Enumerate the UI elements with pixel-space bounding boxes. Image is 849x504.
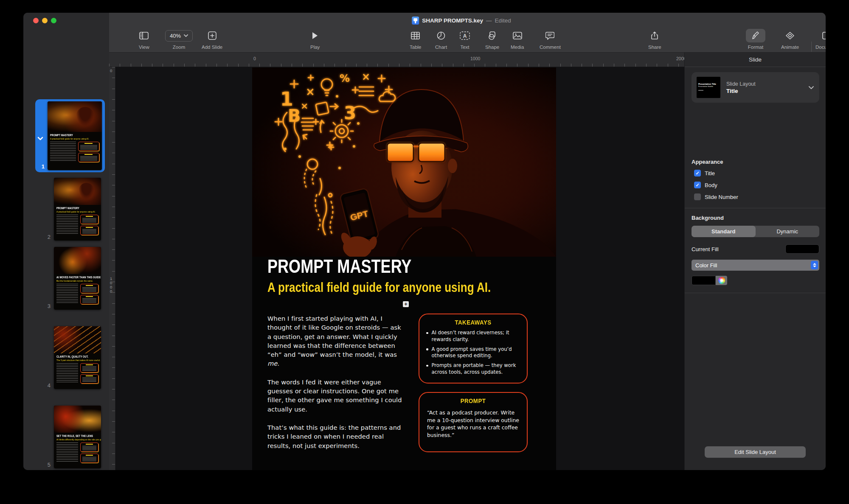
vertical-ruler: 0 1000 xyxy=(109,67,115,470)
animate-diamond-icon xyxy=(785,29,795,42)
window-chrome: SHARP PROMPTS.key — Edited View 40% xyxy=(109,13,826,53)
document-title: SHARP PROMPTS.key xyxy=(422,17,483,24)
current-fill-row: Current Fill xyxy=(692,244,819,254)
keynote-window: SHARP PROMPTS.key — Edited View 40% xyxy=(23,13,826,470)
animate-button[interactable]: Animate xyxy=(781,29,799,50)
layout-value: Title xyxy=(726,88,802,94)
slide-layout-selector[interactable]: Presentation Title Presentation Subtitle… xyxy=(692,72,819,103)
slide-number-checkbox-row[interactable]: Slide Number xyxy=(694,193,738,200)
segment-standard[interactable]: Standard xyxy=(692,226,756,237)
table-icon xyxy=(411,29,420,42)
collapse-chevron-icon[interactable] xyxy=(37,134,43,142)
bullet-dot xyxy=(426,365,428,367)
bullet-dot xyxy=(426,332,428,334)
view-button[interactable]: View xyxy=(139,29,149,50)
takeaway-item: A good prompt saves time you’d otherwise… xyxy=(426,346,520,360)
stepper-icon[interactable] xyxy=(811,261,818,269)
format-inspector: Slide Presentation Title Presentation Su… xyxy=(684,53,826,470)
prompt-card[interactable]: PROMPT “Act as a podcast producer. Write… xyxy=(419,392,528,452)
slide-canvas[interactable]: GPT 1 B 3 % × xyxy=(115,67,684,470)
close-button[interactable] xyxy=(33,18,39,23)
color-swatch[interactable] xyxy=(692,276,716,285)
edit-slide-layout-button[interactable]: Edit Slide Layout xyxy=(705,446,806,458)
chart-pie-icon xyxy=(437,29,445,42)
svg-text:3: 3 xyxy=(344,103,356,123)
prompt-heading: PROMPT xyxy=(433,397,513,405)
svg-text:A: A xyxy=(463,33,467,39)
comment-bubble-icon xyxy=(545,29,554,42)
paragraph-3: That’s what this guide is: the patterns … xyxy=(267,423,406,450)
minimize-button[interactable] xyxy=(42,18,48,23)
table-button[interactable]: Table xyxy=(410,29,422,50)
chevron-down-icon xyxy=(184,34,188,37)
add-slide-icon xyxy=(208,29,216,42)
color-well xyxy=(692,276,727,285)
toolbar-separator xyxy=(811,42,812,52)
text-button[interactable]: A Text xyxy=(460,29,470,50)
toolbar: View 40% Zoom Add Slide xyxy=(23,25,826,53)
play-button[interactable]: Play xyxy=(310,29,320,50)
slide-number: 5 xyxy=(41,462,51,468)
play-icon xyxy=(312,29,318,42)
slide-body-text[interactable]: When I first started playing with AI, I … xyxy=(267,314,406,450)
background-heading: Background xyxy=(692,215,724,221)
slide-navigator: PROMPT MASTERY A practical field guide f… xyxy=(23,53,109,470)
checkbox-checked-icon[interactable] xyxy=(694,182,701,188)
background-segmented-control[interactable]: Standard Dynamic xyxy=(692,226,819,237)
bullet-dot xyxy=(426,348,428,350)
zoom-value: 40% xyxy=(170,33,181,39)
slide-thumbnail-2[interactable]: PROMPT MASTERY A practical field guide f… xyxy=(54,178,101,241)
zoom-window-button[interactable] xyxy=(51,18,56,23)
slide-thumbnail-5[interactable]: SET THE ROLE, SET THE LENS AI thinks dif… xyxy=(54,406,101,468)
checkbox-unchecked-icon[interactable] xyxy=(694,193,701,200)
fill-type-dropdown[interactable]: Color Fill xyxy=(692,260,819,271)
body-checkbox-row[interactable]: Body xyxy=(694,182,717,188)
document-panel-icon xyxy=(822,29,826,42)
color-wheel-button[interactable] xyxy=(716,276,727,285)
checkbox-checked-icon[interactable] xyxy=(694,170,701,176)
slide-number: 4 xyxy=(41,382,51,389)
keynote-document-icon xyxy=(412,17,419,25)
slide-thumbnail-3[interactable]: AI MOVES FASTER THAN THIS GUIDE But the … xyxy=(54,247,101,310)
zoom-control[interactable]: 40% Zoom xyxy=(165,29,193,50)
text-icon: A xyxy=(460,29,470,42)
slide-number: 2 xyxy=(41,234,51,240)
chart-button[interactable]: Chart xyxy=(435,29,447,50)
comment-button[interactable]: Comment xyxy=(540,29,561,50)
layout-label: Slide Layout xyxy=(726,81,802,87)
shape-button[interactable]: Shape xyxy=(485,29,499,50)
edited-status: Edited xyxy=(495,17,511,24)
prompt-text: “Act as a podcast producer. Write me a 1… xyxy=(426,408,520,439)
slide-title[interactable]: PROMPT MASTERY xyxy=(267,256,411,277)
svg-text:×: × xyxy=(362,71,370,83)
takeaways-heading: TAKEAWAYS xyxy=(433,319,513,326)
ruler-label: 0 xyxy=(253,56,256,61)
insert-plus-handle[interactable]: + xyxy=(403,301,409,307)
add-slide-button[interactable]: Add Slide xyxy=(202,29,222,50)
svg-text:%: % xyxy=(340,73,350,84)
slide-thumbnail-1[interactable]: PROMPT MASTERY A practical field guide f… xyxy=(48,101,102,170)
share-button[interactable]: Share xyxy=(648,29,661,50)
title-checkbox-row[interactable]: Title xyxy=(694,170,715,176)
appearance-heading: Appearance xyxy=(692,159,723,165)
format-button[interactable]: Format xyxy=(746,29,765,50)
segment-dynamic[interactable]: Dynamic xyxy=(756,226,820,237)
hero-image[interactable]: GPT 1 B 3 % × xyxy=(252,67,556,257)
color-wheel-icon xyxy=(718,277,725,284)
slide-editor[interactable]: GPT 1 B 3 % × xyxy=(252,67,556,470)
slide-thumbnail-4[interactable]: CLARITY IN, QUALITY OUT. The 5 part stru… xyxy=(54,326,101,389)
view-sidebar-icon xyxy=(139,29,149,42)
current-fill-swatch[interactable] xyxy=(785,244,819,254)
format-brush-icon xyxy=(746,29,765,42)
paragraph-2: The words I fed it were either vague gue… xyxy=(267,378,406,414)
horizontal-ruler: 0 1000 2000 xyxy=(109,53,684,67)
title-separator: — xyxy=(486,17,492,24)
document-button[interactable]: Document xyxy=(815,29,826,50)
inspector-panel-title: Slide xyxy=(685,56,826,63)
slide-subtitle[interactable]: A practical field guide for anyone using… xyxy=(267,280,491,295)
ruler-label: 1000 xyxy=(110,277,114,294)
shape-icon xyxy=(488,29,497,42)
media-button[interactable]: Media xyxy=(511,29,524,50)
takeaways-card[interactable]: TAKEAWAYS AI doesn’t reward cleverness; … xyxy=(419,314,528,384)
ruler-label: 1000 xyxy=(470,56,480,61)
